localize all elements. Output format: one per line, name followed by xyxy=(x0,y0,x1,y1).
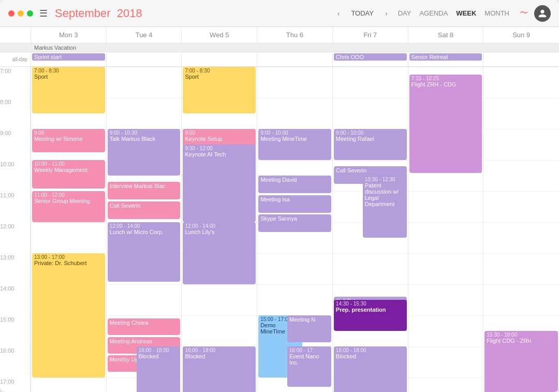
tab-month[interactable]: MONTH xyxy=(482,8,511,18)
event-wed-sport[interactable]: 7:00 - 8:30 Sport xyxy=(183,67,256,113)
calendar: Mon 3 Tue 4 Wed 5 Thu 6 Fri 7 Sat 8 Sun … xyxy=(0,27,559,392)
day-header-tue: Tue 4 xyxy=(107,27,182,43)
col-mon: 7:00 - 8:30 Sport 9:00 Meeting w/ Simone… xyxy=(31,67,107,392)
event-mon-sport[interactable]: 7:00 - 8:30 Sport xyxy=(32,67,105,113)
day-header-mon: Mon 3 xyxy=(31,27,107,43)
time-1500: 15:00 xyxy=(0,315,31,346)
event-thu-david[interactable]: Meeting David xyxy=(258,176,331,193)
tab-agenda[interactable]: AGENDA xyxy=(417,8,450,18)
vacation-banner: Markus Vacation xyxy=(0,43,559,52)
time-grid: 7:00 8:00 9:00 10:00 11:00 12:00 13:00 1… xyxy=(0,67,559,392)
time-1600: 16:00 xyxy=(0,346,31,378)
event-tue-lunch[interactable]: 12:00 - 14:00 Lunch w/ Micro Corp. xyxy=(108,222,181,282)
app-window: ☰ September 2018 ‹ TODAY › DAY AGENDA WE… xyxy=(0,0,559,392)
event-tue-blocked[interactable]: 16:00 - 18:00 Blocked xyxy=(137,346,181,392)
event-thu-event-nano[interactable]: 16:00 - 17: Event Nano Inc. xyxy=(287,346,331,387)
event-thu-isa[interactable]: Meeting Isa xyxy=(258,195,331,213)
time-1300: 13:00 xyxy=(0,253,31,284)
event-fri-patent[interactable]: 10:30 - 12:30 Patent discussion w/ Legal… xyxy=(363,176,407,238)
allday-wed xyxy=(182,52,257,66)
event-thu-meeting-n[interactable]: Meeting N xyxy=(287,315,331,342)
event-wed-lunch[interactable]: 12:00 - 14:00 Lunch Lily's xyxy=(183,222,256,284)
view-tabs: DAY AGENDA WEEK MONTH xyxy=(396,8,511,18)
event-mon-senior[interactable]: 11:00 - 12:00 Senior Group Meeting xyxy=(32,191,105,222)
day-headers: Mon 3 Tue 4 Wed 5 Thu 6 Fri 7 Sat 8 Sun … xyxy=(0,27,559,43)
day-header-thu: Thu 6 xyxy=(257,27,333,43)
nav-controls: ‹ TODAY › DAY AGENDA WEEK MONTH 〜 xyxy=(335,5,551,22)
col-sat: 7:15 - 10:25 Flight ZRH - CDG 17:30 - 20… xyxy=(408,67,484,392)
time-grid-wrapper[interactable]: 7:00 8:00 9:00 10:00 11:00 12:00 13:00 1… xyxy=(0,67,559,392)
time-1700: 17:00 xyxy=(0,378,31,392)
minimize-button[interactable] xyxy=(18,10,24,17)
trend-icon: 〜 xyxy=(520,8,528,19)
event-thu-skype[interactable]: Skype Sannya xyxy=(258,214,331,232)
prev-button[interactable]: ‹ xyxy=(335,8,342,19)
close-button[interactable] xyxy=(8,10,14,17)
tab-week[interactable]: WEEK xyxy=(454,8,478,18)
event-sat-flight-out[interactable]: 7:15 - 10:25 Flight ZRH - CDG xyxy=(409,75,482,173)
allday-fri: Chris OOO xyxy=(333,52,408,66)
event-wed-keynote[interactable]: 9:30 - 12:00 Keynote AI Tech xyxy=(183,144,256,222)
title-bar: ☰ September 2018 ‹ TODAY › DAY AGENDA WE… xyxy=(0,0,559,27)
traffic-lights xyxy=(8,10,33,17)
allday-event-senior-retreat[interactable]: Senior Retreat xyxy=(409,53,482,61)
event-wed-keynote-setup[interactable]: 9:00 Keynote Setup xyxy=(183,129,256,147)
allday-section: all-day Sprint start Chris OOO Senior Re… xyxy=(0,52,559,67)
time-900: 9:00 xyxy=(0,129,31,160)
user-avatar[interactable] xyxy=(534,5,551,22)
time-1000: 10:00 xyxy=(0,160,31,191)
allday-label: all-day xyxy=(0,52,31,66)
time-1100: 11:00 xyxy=(0,191,31,222)
tab-day[interactable]: DAY xyxy=(396,8,414,18)
event-sun-flight-back[interactable]: 15:30 - 18:00 Flight CDG - ZRH xyxy=(484,331,558,392)
app-title: September 2018 xyxy=(55,7,142,20)
today-button[interactable]: TODAY xyxy=(348,8,377,18)
next-button[interactable]: › xyxy=(383,8,390,19)
allday-thu xyxy=(257,52,333,66)
time-labels: 7:00 8:00 9:00 10:00 11:00 12:00 13:00 1… xyxy=(0,67,31,392)
year-label: 2018 xyxy=(117,7,142,20)
day-header-sat: Sat 8 xyxy=(408,27,484,43)
day-header-fri: Fri 7 xyxy=(333,27,408,43)
event-tue-chiara[interactable]: Meeting Chiara xyxy=(108,318,181,335)
event-mon-schubert[interactable]: 13:00 - 17:00 Private: Dr. Schubert xyxy=(32,253,105,378)
time-1200: 12:00 xyxy=(0,222,31,253)
col-fri: 9:00 - 10:00 Meeting Rafael Call Severin… xyxy=(333,67,408,392)
maximize-button[interactable] xyxy=(27,10,33,17)
corner xyxy=(0,27,31,43)
event-wed-blocked[interactable]: 16:00 - 18:00 Blocked xyxy=(183,346,256,392)
time-700: 7:00 xyxy=(0,67,31,98)
event-mon-simone[interactable]: 9:00 Meeting w/ Simone xyxy=(32,129,105,152)
time-1400: 14:00 xyxy=(0,284,31,315)
day-header-wed: Wed 5 xyxy=(182,27,257,43)
col-thu: 9:00 - 10:00 Meeting MineTime Meeting Da… xyxy=(257,67,333,392)
event-fri-rafael[interactable]: 9:00 - 10:00 Meeting Rafael xyxy=(334,129,407,160)
time-800: 8:00 xyxy=(0,98,31,129)
event-fri-prep[interactable]: 14:30 - 15:30 Prep. presentation xyxy=(334,300,407,331)
allday-sun xyxy=(483,52,559,66)
allday-mon: Sprint start xyxy=(31,52,107,66)
allday-tue xyxy=(107,52,182,66)
allday-event-chris[interactable]: Chris OOO xyxy=(334,53,407,61)
day-header-sun: Sun 9 xyxy=(483,27,559,43)
allday-event-sprint[interactable]: Sprint start xyxy=(32,53,105,61)
menu-icon[interactable]: ☰ xyxy=(39,8,48,19)
vacation-label: Markus Vacation xyxy=(31,43,559,52)
event-tue-talk[interactable]: 9:00 - 10:30 Talk Markus Black xyxy=(108,129,181,176)
event-mon-weekly[interactable]: 10:00 - 11:00 Weekly Management xyxy=(32,160,105,188)
month-label: September xyxy=(55,7,111,20)
event-tue-call-sev[interactable]: Call Severin xyxy=(108,201,181,219)
event-fri-blocked[interactable]: 16:00 - 18:00 Blocked xyxy=(334,346,407,392)
col-tue: 9:00 - 10:30 Talk Markus Black Interview… xyxy=(107,67,182,392)
event-thu-minetime[interactable]: 9:00 - 10:00 Meeting MineTime xyxy=(258,129,331,160)
event-tue-interview[interactable]: Interview Markus Blac xyxy=(108,182,181,199)
allday-sat: Senior Retreat xyxy=(408,52,484,66)
col-wed: 7:00 - 8:30 Sport 9:00 Keynote Setup 9:3… xyxy=(182,67,257,392)
col-sun: 15:30 - 18:00 Flight CDG - ZRH xyxy=(483,67,559,392)
